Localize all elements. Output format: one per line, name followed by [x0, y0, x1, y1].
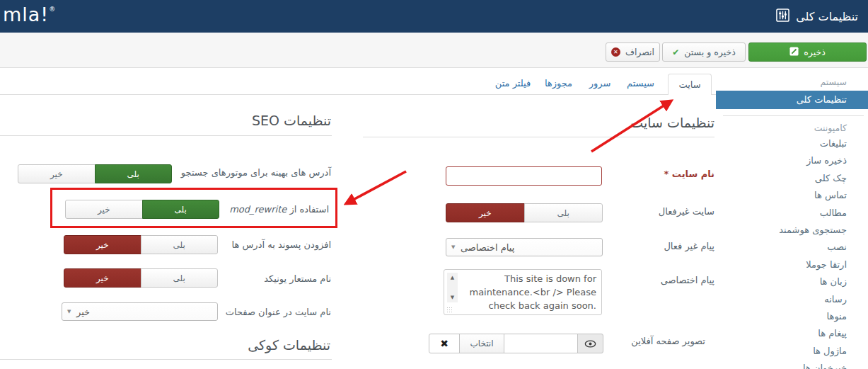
- top-header-bar: mla!® تنظیمات کلی: [0, 0, 868, 33]
- textarea-scrollbar[interactable]: ▲ ▼: [447, 273, 458, 302]
- scroll-down-icon[interactable]: ▼: [447, 294, 458, 301]
- sidebar-item-modules[interactable]: ماژول ها: [716, 343, 868, 360]
- save-label: ذخیره: [804, 47, 826, 57]
- site-offline-no-button[interactable]: خیر: [446, 203, 525, 222]
- site-settings-title: تنظیمات سایت: [630, 115, 714, 130]
- sidebar-item-installation[interactable]: نصب: [716, 239, 868, 256]
- url-suffix-label: افزودن پسوند به آدرس ها: [232, 239, 331, 250]
- custom-message-textarea[interactable]: ▲ ▼ This site is down for maintenance.<b…: [444, 269, 602, 315]
- url-suffix-yes-button[interactable]: بلی: [141, 235, 219, 254]
- site-offline-toggle: خیر بلی: [446, 203, 603, 222]
- sidebar-item-banners[interactable]: تبلیغات: [716, 135, 868, 152]
- sidebar-header-system: سیستم: [716, 76, 868, 87]
- page-title: تنظیمات کلی: [776, 0, 858, 33]
- sef-urls-yes-button[interactable]: بلی: [95, 164, 173, 183]
- site-offline-label: سایت غیرفعال: [659, 206, 714, 217]
- unicode-aliases-toggle: خیر بلی: [64, 268, 218, 288]
- sef-urls-toggle: خیر بلی: [18, 164, 172, 183]
- offline-image-label: تصویر صفحه آفلاین: [631, 336, 705, 346]
- tab-server[interactable]: سرور: [586, 78, 614, 93]
- resize-grip[interactable]: [446, 307, 452, 312]
- page-title-text: تنظیمات کلی: [796, 10, 858, 23]
- select-image-button[interactable]: انتخاب: [459, 334, 504, 353]
- sidebar-item-list: تبلیغات ذخیره ساز چک کلی تماس ها مطالب ج…: [716, 135, 868, 369]
- unicode-aliases-no-button[interactable]: خیر: [64, 268, 141, 288]
- site-name-label: نام سایت *: [664, 169, 714, 179]
- sitename-in-titles-label: نام سایت در عنوان صفحات: [226, 307, 331, 317]
- sidebar-item-media[interactable]: رسانه: [716, 291, 868, 308]
- sidebar: سیستم تنظیمات کلی کامپوننت تبلیغات ذخیره…: [716, 68, 868, 369]
- sidebar-item-checkin[interactable]: چک کلی: [716, 170, 868, 187]
- sidebar-item-newsfeeds[interactable]: خبرخوان ها: [716, 360, 868, 369]
- sidebar-item-messages[interactable]: پیغام ها: [716, 325, 868, 342]
- tabbar-divider: [0, 94, 716, 95]
- sitename-in-titles-value: خیر: [76, 307, 90, 317]
- sef-urls-label: آدرس های بهینه برای موتورهای جستجو: [181, 167, 331, 178]
- offline-message-select[interactable]: پیام اختصاصی ▼: [446, 238, 603, 256]
- sidebar-item-cache[interactable]: ذخیره ساز: [716, 152, 868, 169]
- preview-eye-button[interactable]: [577, 334, 603, 353]
- url-suffix-no-button[interactable]: خیر: [64, 235, 141, 254]
- save-button[interactable]: ذخیره: [748, 42, 867, 62]
- offline-image-input[interactable]: [504, 334, 578, 353]
- url-rewrite-toggle: خیر بلی: [65, 200, 219, 219]
- chevron-down-icon: ▼: [451, 244, 455, 250]
- offline-image-field: ✖ انتخاب: [429, 334, 603, 353]
- clear-x-icon: ✖: [440, 338, 449, 349]
- sidebar-item-joomla-update[interactable]: ارتقا جوملا: [716, 256, 868, 273]
- check-icon: ✔: [672, 47, 679, 57]
- seo-settings-rule: [0, 135, 332, 136]
- url-rewrite-yes-button[interactable]: بلی: [142, 200, 220, 219]
- save-close-label: ذخیره و بستن: [684, 47, 735, 57]
- site-settings-rule: [363, 137, 714, 137]
- clear-image-button[interactable]: ✖: [429, 334, 460, 353]
- cookie-settings-title: تنظیمات کوکی: [248, 337, 330, 353]
- sidebar-item-articles[interactable]: مطالب: [716, 205, 868, 222]
- url-suffix-toggle: خیر بلی: [64, 235, 218, 254]
- sidebar-item-contacts[interactable]: تماس ها: [716, 187, 868, 204]
- cookie-settings-rule: [0, 359, 332, 360]
- custom-message-label: پیام اختصاصی: [661, 275, 714, 285]
- tab-permissions[interactable]: مجوزها: [538, 78, 579, 93]
- sidebar-header-component: کامپوننت: [716, 123, 868, 133]
- scroll-up-icon[interactable]: ▲: [447, 274, 458, 281]
- sitename-in-titles-select[interactable]: خیر ▼: [62, 302, 218, 321]
- site-name-input[interactable]: [446, 166, 602, 186]
- registered-mark: ®: [49, 6, 56, 13]
- offline-message-label: پیام غیر فعال: [664, 241, 714, 251]
- url-rewrite-no-button[interactable]: خیر: [65, 200, 143, 219]
- tab-system[interactable]: سیستم: [621, 78, 660, 93]
- eye-icon: [584, 337, 596, 351]
- sidebar-item-languages[interactable]: زبان ها: [716, 273, 868, 290]
- sef-urls-no-button[interactable]: خیر: [18, 164, 96, 183]
- sidebar-item-smart-search[interactable]: جستجوی هوشمند: [716, 222, 868, 239]
- unicode-aliases-label: نام مستعار یونیکد: [264, 273, 331, 284]
- sidebar-item-global-config[interactable]: تنظیمات کلی: [716, 91, 868, 109]
- sliders-icon: [776, 8, 789, 25]
- seo-settings-title: تنظیمات SEO: [252, 113, 331, 128]
- unicode-aliases-yes-button[interactable]: بلی: [141, 268, 219, 288]
- cancel-label: انصراف: [625, 47, 654, 57]
- chevron-down-icon: ▼: [67, 309, 71, 314]
- custom-message-text: This site is down for maintenance.<br />…: [461, 272, 596, 312]
- sidebar-item-menus[interactable]: منوها: [716, 308, 868, 325]
- arrow-to-rewrite-setting: [347, 171, 406, 203]
- tab-site[interactable]: سایت: [668, 74, 712, 95]
- site-offline-yes-button[interactable]: بلی: [524, 203, 603, 222]
- offline-message-value: پیام اختصاصی: [461, 242, 514, 253]
- save-icon: [789, 47, 799, 58]
- save-close-button[interactable]: ✔ ذخیره و بستن: [662, 42, 746, 62]
- sidebar-divider: [723, 115, 864, 116]
- cancel-icon: ✕: [611, 47, 620, 57]
- tab-text-filters[interactable]: فیلتر متن: [492, 78, 534, 93]
- joomla-logo: mla!®: [3, 4, 56, 25]
- cancel-button[interactable]: ✕ انصراف: [606, 42, 660, 62]
